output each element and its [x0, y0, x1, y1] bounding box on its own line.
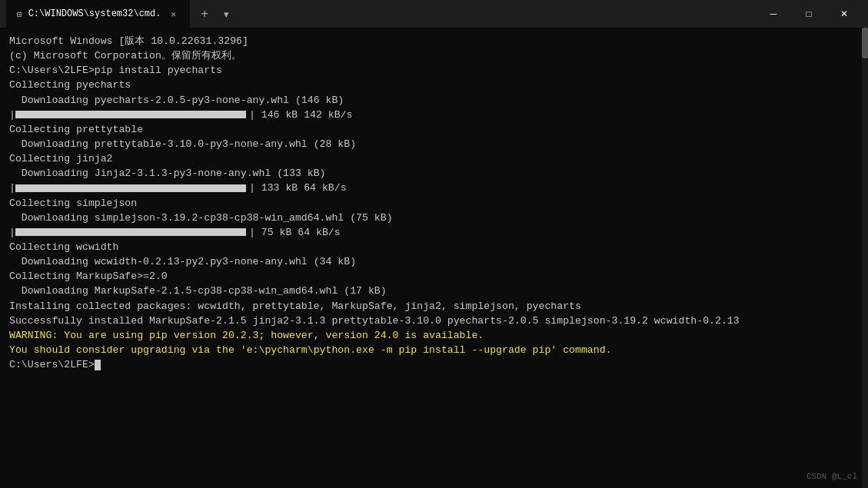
- tab-close-button[interactable]: ✕: [167, 8, 179, 20]
- terminal-line: Collecting prettytable: [9, 122, 859, 137]
- window-controls: ─ □ ✕: [756, 0, 862, 28]
- terminal-icon: ⊡: [17, 9, 22, 19]
- terminal-line: Downloading prettytable-3.10.0-py3-none-…: [9, 137, 859, 151]
- terminal-line: Downloading Jinja2-3.1.3-py3-none-any.wh…: [9, 166, 859, 181]
- new-tab-button[interactable]: +: [195, 4, 214, 24]
- terminal-line: Collecting pyecharts: [9, 78, 859, 92]
- terminal-line: Collecting wcwidth: [9, 240, 859, 254]
- terminal-line: Installing collected packages: wcwidth, …: [9, 299, 859, 314]
- terminal-line: Collecting jinja2: [9, 151, 859, 166]
- scrollbar-thumb[interactable]: [862, 28, 868, 58]
- terminal-line: C:\Users\2LFE>: [9, 357, 859, 372]
- minimize-button[interactable]: ─: [756, 0, 791, 28]
- progress-line: || 75 kB 64 kB/s: [9, 225, 859, 240]
- progress-info: | 146 kB 142 kB/s: [249, 108, 353, 122]
- titlebar: ⊡ C:\WINDOWS\system32\cmd. ✕ + ▾ ─ □ ✕: [0, 0, 868, 28]
- tab-label: C:\WINDOWS\system32\cmd.: [28, 8, 161, 19]
- watermark: CSDN @L_cl: [806, 471, 857, 483]
- terminal-body[interactable]: Microsoft Windows [版本 10.0.22631.3296](c…: [0, 28, 868, 488]
- dropdown-button[interactable]: ▾: [218, 5, 235, 23]
- titlebar-actions: + ▾: [195, 4, 234, 24]
- terminal-cursor: [95, 360, 101, 370]
- terminal-line: Collecting MarkupSafe>=2.0: [9, 269, 859, 284]
- close-window-button[interactable]: ✕: [826, 0, 862, 28]
- progress-info: | 133 kB 64 kB/s: [249, 181, 347, 195]
- scrollbar-track[interactable]: [862, 28, 868, 488]
- progress-info: | 75 kB 64 kB/s: [249, 225, 341, 240]
- titlebar-tabs: ⊡ C:\WINDOWS\system32\cmd. ✕ + ▾: [6, 0, 756, 28]
- terminal-line: Microsoft Windows [版本 10.0.22631.3296]: [9, 34, 859, 48]
- terminal-line: Downloading pyecharts-2.0.5-py3-none-any…: [9, 93, 859, 108]
- terminal-line: C:\Users\2LFE>pip install pyecharts: [9, 63, 859, 78]
- progress-line: || 146 kB 142 kB/s: [9, 108, 859, 122]
- progress-line: || 133 kB 64 kB/s: [9, 181, 859, 195]
- terminal-line: Successfully installed MarkupSafe-2.1.5 …: [9, 314, 859, 328]
- terminal-line: Downloading simplejson-3.19.2-cp38-cp38-…: [9, 211, 859, 225]
- terminal-line: Collecting simplejson: [9, 196, 859, 211]
- terminal-line: You should consider upgrading via the 'e…: [9, 343, 859, 357]
- maximize-button[interactable]: □: [791, 0, 826, 28]
- active-tab[interactable]: ⊡ C:\WINDOWS\system32\cmd. ✕: [6, 0, 190, 28]
- terminal-line: Downloading wcwidth-0.2.13-py2.py3-none-…: [9, 254, 859, 269]
- terminal-line: (c) Microsoft Corporation。保留所有权利。: [9, 48, 859, 63]
- terminal-line: Downloading MarkupSafe-2.1.5-cp38-cp38-w…: [9, 284, 859, 298]
- terminal-line: WARNING: You are using pip version 20.2.…: [9, 328, 859, 343]
